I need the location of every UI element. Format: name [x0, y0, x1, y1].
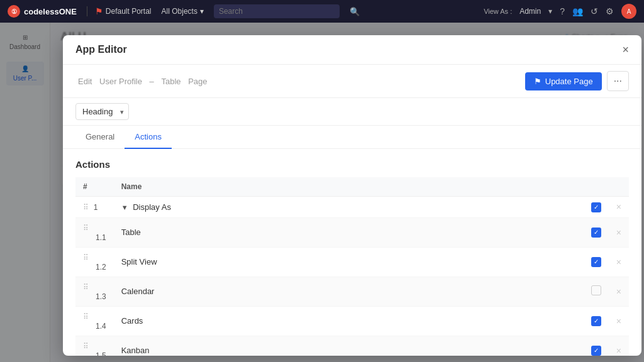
row-delete-cell: × [609, 247, 629, 277]
drag-icon[interactable]: ⠿ [83, 342, 89, 351]
row-check-cell[interactable]: ✓ [584, 217, 609, 247]
row-check-cell[interactable]: ✓ [584, 197, 609, 218]
actions-table-row: ⠿ 1.2 Split View ✓ × [75, 247, 629, 277]
heading-select[interactable]: Heading [75, 103, 129, 120]
delete-icon[interactable]: × [616, 228, 621, 238]
modal-toolbar: Edit User Profile – Table Page ⚑ Update … [63, 65, 641, 98]
update-page-button[interactable]: ⚑ Update Page [525, 72, 602, 90]
update-label: Update Page [545, 77, 593, 86]
tab-actions[interactable]: Actions [125, 126, 172, 149]
drag-icon[interactable]: ⠿ [83, 312, 89, 321]
actions-section-title: Actions [75, 159, 629, 170]
objects-selector[interactable]: All Objects ▾ [162, 7, 204, 16]
objects-chevron: ▾ [200, 7, 204, 16]
row-name-cell: Calendar [114, 277, 584, 306]
row-number: 1.1 [83, 233, 106, 242]
delete-icon[interactable]: × [616, 346, 621, 356]
drag-icon[interactable]: ⠿ [83, 253, 89, 262]
drag-icon[interactable]: ⠿ [83, 224, 89, 233]
breadcrumb-profile: User Profile [99, 77, 142, 86]
checked-icon[interactable]: ✓ [591, 257, 601, 267]
logo[interactable]: ① codelessONE [8, 5, 77, 18]
row-number: 1.2 [83, 263, 106, 272]
portal-selector[interactable]: ⚑ Default Portal [87, 6, 152, 16]
row-name-cell: Split View [114, 247, 584, 277]
col-name-header: Name [114, 177, 584, 197]
tabs: General Actions [63, 126, 641, 149]
expand-arrow-icon[interactable]: ▼ [121, 204, 128, 211]
actions-table-row: ⠿ 1.4 Cards ✓ × [75, 306, 629, 336]
delete-icon[interactable]: × [616, 316, 621, 326]
row-check-cell[interactable]: ✓ [584, 336, 609, 356]
admin-label: Admin [519, 7, 541, 16]
actions-table-row: ⠿ 1.3 Calendar × [75, 277, 629, 306]
row-check-cell[interactable]: ✓ [584, 247, 609, 277]
search-input[interactable] [214, 4, 340, 18]
delete-icon[interactable]: × [616, 257, 621, 267]
modal-header: App Editor × [63, 35, 641, 65]
row-name-cell: Kanban [114, 336, 584, 356]
row-num-cell: ⠿ 1.1 [75, 217, 114, 247]
row-delete-cell: × [609, 306, 629, 336]
checked-icon[interactable]: ✓ [591, 228, 601, 238]
row-num-cell: ⠿ 1.3 [75, 277, 114, 306]
drag-icon[interactable]: ⠿ [83, 283, 89, 292]
settings-icon[interactable]: ⚙ [606, 6, 614, 16]
col-delete-header [609, 177, 629, 197]
portal-icon: ⚑ [95, 6, 103, 16]
heading-select-wrap: Heading [75, 103, 129, 120]
app-editor-modal: App Editor × Edit User Profile – Table P… [63, 35, 641, 356]
unchecked-checkbox[interactable] [591, 285, 601, 295]
objects-label: All Objects [162, 7, 197, 16]
actions-table-header: # Name [75, 177, 629, 197]
nav-right: View As : Admin ▾ ? 👥 ↺ ⚙ A [484, 4, 636, 19]
row-name: Cards [121, 316, 143, 326]
more-options-button[interactable]: ··· [607, 71, 629, 91]
modal-title: App Editor [75, 44, 127, 55]
search-icon: 🔍 [350, 7, 360, 16]
drag-icon[interactable]: ⠿ [83, 203, 89, 212]
row-name: Table [121, 228, 141, 237]
row-check-cell[interactable]: ✓ [584, 306, 609, 336]
row-check-cell[interactable] [584, 277, 609, 306]
row-delete-cell: × [609, 277, 629, 306]
row-delete-cell: × [609, 217, 629, 247]
tab-general-label: General [86, 132, 114, 141]
close-button[interactable]: × [622, 44, 629, 55]
tab-general[interactable]: General [75, 126, 125, 149]
logo-icon: ① [8, 5, 20, 18]
breadcrumb-edit: Edit [78, 77, 92, 86]
portal-name: Default Portal [106, 7, 152, 16]
history-icon[interactable]: ↺ [591, 6, 598, 16]
heading-row: Heading [63, 98, 641, 126]
row-num-cell: ⠿ 1.5 [75, 336, 114, 356]
delete-icon[interactable]: × [616, 287, 621, 297]
breadcrumb-table: Table [161, 77, 180, 86]
breadcrumb-sep1: – [150, 77, 154, 86]
admin-chevron: ▾ [548, 7, 552, 16]
breadcrumb-page: Page [188, 77, 207, 86]
help-icon[interactable]: ? [560, 6, 565, 16]
row-name: Calendar [121, 287, 155, 296]
row-name: Kanban [121, 346, 150, 355]
row-delete-cell: × [609, 197, 629, 218]
delete-icon[interactable]: × [616, 202, 621, 212]
row-name-cell: Cards [114, 306, 584, 336]
actions-content: Actions # Name ⠿ 1 ▼ Display As [63, 149, 641, 356]
view-as-label: View As : [484, 8, 512, 15]
users-icon[interactable]: 👥 [572, 6, 583, 16]
checked-icon[interactable]: ✓ [591, 346, 601, 356]
row-num-cell: ⠿ 1 [75, 197, 114, 218]
checked-icon[interactable]: ✓ [591, 202, 601, 212]
row-num-cell: ⠿ 1.2 [75, 247, 114, 277]
row-name: Split View [121, 257, 157, 266]
row-name: Display As [133, 202, 171, 212]
checked-icon[interactable]: ✓ [591, 316, 601, 326]
row-num-cell: ⠿ 1.4 [75, 306, 114, 336]
top-nav: ① codelessONE ⚑ Default Portal All Objec… [0, 0, 644, 23]
logo-text: codelessONE [24, 7, 77, 16]
user-avatar[interactable]: A [621, 4, 636, 19]
row-number: 1.3 [83, 292, 106, 301]
row-number: 1.5 [83, 351, 106, 356]
col-check-header [584, 177, 609, 197]
